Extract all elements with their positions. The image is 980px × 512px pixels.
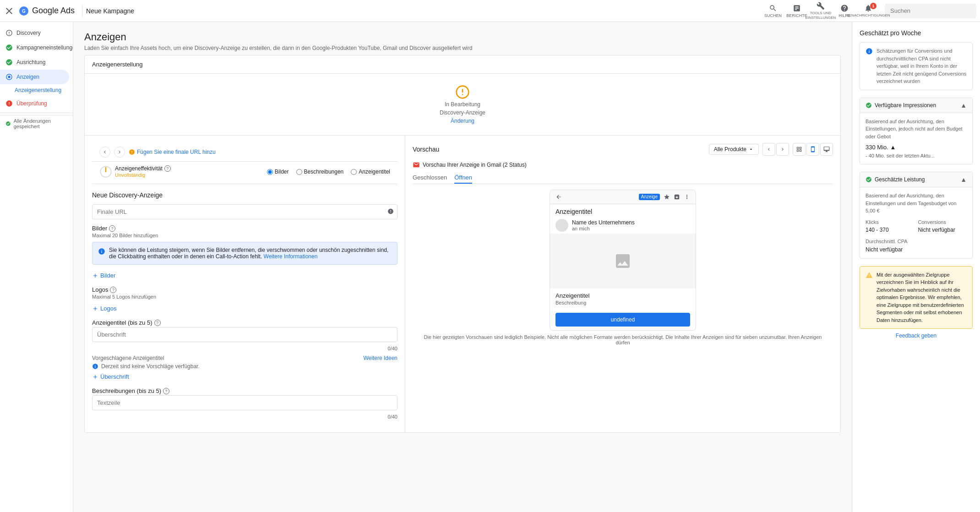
nav-prev-button[interactable] — [99, 147, 110, 158]
radio-descriptions[interactable]: Beschreibungen — [296, 169, 344, 175]
radio-images-label: Bilder — [275, 169, 289, 175]
nav-next-button[interactable] — [114, 147, 125, 158]
sidebar-item-campaign-settings[interactable]: Kampagneneinstellungen — [0, 40, 69, 55]
sidebar-item-review-label: Überprüfung — [16, 100, 47, 107]
metric-conversions-label: Conversions — [918, 218, 967, 226]
effectiveness-bar: Anzeigeneffektivität ? Unvollständig Bil… — [92, 162, 397, 182]
performance-section: Geschätzte Leistung ▲ Basierend auf der … — [860, 172, 973, 259]
more-ideas-link[interactable]: Weitere Ideen — [364, 355, 398, 361]
impressions-collapse-button[interactable]: ▲ — [960, 102, 967, 109]
ad-form: Fügen Sie eine finale URL hinzu — [85, 136, 405, 432]
gmail-cta-button[interactable]: undefined — [555, 313, 690, 327]
metric-conversions-value: Nicht verfügbar — [918, 226, 967, 234]
effectiveness-info-icon[interactable]: ? — [164, 165, 171, 172]
topbar: G Google Ads Neue Kampagne SUCHEN BERICH… — [0, 0, 980, 22]
gmail-tab-closed[interactable]: Geschlossen — [413, 172, 447, 184]
preview-prev-button[interactable] — [762, 143, 775, 156]
preview-navigation — [762, 143, 789, 156]
status-label1: In Bearbeitung — [445, 101, 480, 108]
gmail-sender-row: Name des Unternehmens an mich — [550, 217, 696, 234]
performance-collapse-button[interactable]: ▲ — [960, 176, 967, 183]
form-title: Neue Discovery-Anzeige — [92, 191, 397, 199]
gmail-ad-badge: Anzeige — [639, 194, 660, 200]
warning-box: Mit der ausgewählten Zielgruppe verzeich… — [860, 266, 973, 329]
effectiveness-label: Anzeigeneffektivität — [115, 165, 163, 172]
headlines-info-icon[interactable]: ? — [154, 320, 161, 326]
notifications-action-button[interactable]: 1 BENACHRICHTIGUNGEN — [857, 0, 879, 22]
ad-section-title: Anzeigenerstellung — [92, 61, 143, 68]
gmail-star-icon[interactable] — [664, 194, 670, 200]
final-url-wrapper — [92, 204, 397, 219]
final-url-input[interactable] — [92, 204, 397, 219]
gmail-archive-icon[interactable] — [674, 194, 680, 200]
app-name: Google Ads — [32, 6, 75, 16]
search-input[interactable] — [890, 7, 971, 14]
url-info-icon[interactable] — [387, 208, 394, 216]
radio-images[interactable]: Bilder — [267, 169, 289, 175]
estimate-info-icon — [866, 48, 873, 55]
impressions-value: 330 Mio. ▲ — [866, 143, 967, 152]
logos-info-icon[interactable]: ? — [110, 287, 116, 293]
help-action-button[interactable]: HILFE — [833, 0, 855, 22]
sidebar-item-review[interactable]: Überprüfung — [0, 96, 69, 111]
images-info-link[interactable]: Weitere Informationen — [264, 253, 318, 260]
images-section: Bilder ? Maximal 20 Bilder hinzufügen Si… — [92, 225, 397, 281]
gmail-status-bar: Vorschau Ihrer Anzeige in Gmail (2 Statu… — [413, 161, 833, 169]
gmail-ad-title: Anzeigentitel — [550, 204, 696, 217]
reports-action-button[interactable]: BERICHTE — [786, 0, 808, 22]
notification-badge: 1 — [870, 3, 877, 9]
logos-sublabel: Maximal 5 Logos hinzufügen — [92, 294, 397, 300]
close-button[interactable] — [4, 5, 15, 16]
preview-next-button[interactable] — [776, 143, 789, 156]
gmail-image-placeholder — [550, 234, 696, 289]
estimate-info-body: Schätzungen für Conversions und durchsch… — [860, 43, 972, 90]
sidebar-subitem-ad-creation[interactable]: Anzeigenerstellung — [0, 84, 73, 96]
search-bar[interactable] — [885, 4, 976, 18]
sidebar-item-targeting[interactable]: Ausrichtung — [0, 55, 69, 70]
add-logos-button[interactable]: Logos — [92, 303, 397, 314]
radio-headlines[interactable]: Anzeigentitel — [351, 169, 390, 175]
metric-clicks-value: 140 - 370 — [866, 226, 915, 234]
gmail-back-icon[interactable] — [555, 194, 562, 200]
add-headline-button[interactable]: Überschrift — [92, 371, 397, 382]
feedback-link[interactable]: Feedback geben — [860, 332, 973, 339]
images-sublabel: Maximal 20 Bilder hinzufügen — [92, 233, 397, 238]
sidebar-item-discovery[interactable]: Discovery — [0, 26, 69, 40]
metric-conversions: Conversions Nicht verfügbar — [918, 218, 967, 234]
search-action-button[interactable]: SUCHEN — [762, 0, 784, 22]
impressions-header[interactable]: Verfügbare Impressionen ▲ — [860, 98, 972, 113]
images-info-box: Sie können die Leistung steigern, wenn S… — [92, 242, 397, 265]
warning-text: Mit der ausgewählten Zielgruppe verzeich… — [877, 271, 967, 324]
add-images-button[interactable]: Bilder — [92, 270, 397, 281]
notifications-action-label: BENACHRICHTIGUNGEN — [846, 13, 890, 18]
suggested-headlines-header: Vorgeschlagene Anzeigentitel Weitere Ide… — [92, 355, 397, 361]
mobile-view-button[interactable] — [806, 143, 819, 156]
preview-note: Die hier gezeigten Vorschauen sind ledig… — [413, 334, 833, 345]
images-info-icon[interactable]: ? — [109, 225, 115, 232]
gmail-status-tabs: Geschlossen Öffnen — [413, 172, 833, 184]
gmail-sender-name: Name des Unternehmens — [572, 219, 635, 226]
status-link[interactable]: Änderung — [451, 118, 474, 124]
suggested-label: Vorgeschlagene Anzeigentitel — [92, 355, 164, 361]
gmail-tab-open[interactable]: Öffnen — [454, 172, 472, 184]
sidebar-item-ads[interactable]: Anzeigen — [0, 70, 69, 84]
performance-header[interactable]: Geschätzte Leistung ▲ — [860, 172, 972, 187]
tools-action-button[interactable]: TOOLS UND EINSTELLUNGEN — [810, 0, 832, 22]
gmail-sender-sub: an mich — [572, 226, 635, 231]
status-icon — [455, 85, 470, 99]
headline-input[interactable] — [92, 327, 397, 342]
product-selector-dropdown[interactable]: Alle Produkte — [709, 144, 759, 155]
gmail-more-icon[interactable] — [684, 194, 690, 200]
gmail-image-icon — [614, 252, 632, 270]
descriptions-info-icon[interactable]: ? — [163, 388, 169, 394]
logos-section: Logos ? Maximal 5 Logos hinzufügen Logos — [92, 286, 397, 314]
description-input[interactable] — [92, 395, 397, 410]
desktop-view-button[interactable] — [820, 143, 833, 156]
impressions-delta: - 40 Mio. seit der letzten Aktu... — [866, 152, 967, 160]
page-title: Neue Kampagne — [86, 7, 134, 15]
grid-view-button[interactable] — [793, 143, 806, 156]
app-logo: G Google Ads — [15, 5, 78, 16]
svg-point-3 — [8, 76, 10, 78]
no-suggestions-icon — [92, 363, 98, 370]
sidebar-item-targeting-label: Ausrichtung — [16, 59, 45, 65]
